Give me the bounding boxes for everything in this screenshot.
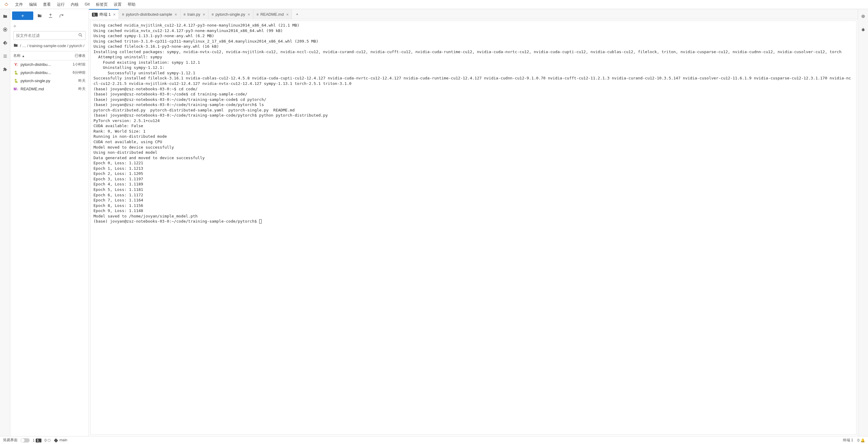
mode-label: 简易界面: [3, 438, 18, 443]
status-bar: 简易界面 1 $_ 0 ⬡ main 终端 1 0 🔔: [0, 436, 868, 444]
status-terminal-name[interactable]: 终端 1: [843, 438, 853, 443]
file-row[interactable]: Y:pytorch-distribu…1小时前: [10, 60, 89, 69]
tab-label: train.py: [187, 12, 200, 16]
file-list: Y:pytorch-distribu…1小时前🐍pytorch-distribu…: [10, 60, 89, 436]
svg-line-8: [81, 36, 82, 37]
kernel-icon: ⬡: [48, 438, 51, 443]
file-row[interactable]: M↓README.md昨天: [10, 85, 89, 93]
menubar: 文件编辑查看运行内核Git标签页设置帮助: [0, 0, 868, 9]
file-icon: ≡: [256, 12, 258, 16]
py-file-icon: 🐍: [13, 71, 19, 75]
tab[interactable]: ≡README.md×: [253, 9, 292, 19]
property-inspector-icon[interactable]: [860, 13, 866, 19]
folder-icon[interactable]: [2, 13, 8, 19]
git-icon[interactable]: [2, 40, 8, 46]
py-file-icon: 🐍: [13, 79, 19, 83]
close-icon[interactable]: ×: [286, 12, 288, 17]
menu-item[interactable]: 标签页: [93, 1, 111, 8]
search-icon: [75, 33, 85, 38]
close-icon[interactable]: ×: [248, 12, 250, 17]
terminals-count[interactable]: 1 $_: [33, 438, 41, 443]
md-file-icon: M↓: [13, 87, 19, 91]
file-filter[interactable]: [13, 31, 86, 40]
tab-label: pytorch-single.py: [215, 12, 245, 16]
file-browser: ＋ + ◈ / … / training-sample-code / pytor…: [10, 9, 89, 436]
breadcrumb[interactable]: / … / training-sample-code / pytorch /: [10, 42, 89, 51]
file-name: pytorch-distribu…: [21, 62, 64, 67]
menu-item[interactable]: Git: [82, 1, 93, 8]
file-name: pytorch-distribu…: [21, 70, 64, 75]
file-modified: 昨天: [64, 87, 86, 92]
extensions-icon[interactable]: [2, 66, 8, 72]
yaml-file-icon: Y:: [13, 63, 19, 67]
tab[interactable]: ≡pytorch-single.py×: [208, 9, 253, 19]
svg-line-12: [861, 29, 862, 30]
toc-icon[interactable]: [2, 53, 8, 59]
svg-rect-2: [4, 29, 6, 30]
tab[interactable]: $_终端 1×: [89, 9, 119, 19]
notifications[interactable]: 0 🔔: [858, 438, 865, 443]
svg-point-7: [79, 34, 81, 36]
tab-bar: $_终端 1×≡pytorch-distributed-sample×≡trai…: [89, 9, 858, 19]
bell-icon: 🔔: [861, 438, 865, 443]
sort-asc-icon: ▴: [22, 54, 24, 58]
activity-bar: [0, 9, 10, 436]
file-modified: 昨天: [64, 78, 86, 83]
kernels-count[interactable]: 0 ⬡: [44, 438, 51, 443]
tab[interactable]: ≡pytorch-distributed-sample×: [119, 9, 180, 19]
column-header-name[interactable]: 名称▴: [10, 52, 64, 60]
file-filter-input[interactable]: [13, 31, 75, 40]
menu-item[interactable]: 查看: [40, 1, 54, 8]
refresh-icon[interactable]: [57, 11, 66, 20]
terminal-output[interactable]: Using cached nvidia_nvjitlink_cu12-12.4.…: [90, 21, 857, 435]
menu-item[interactable]: 设置: [111, 1, 125, 8]
svg-line-13: [864, 29, 865, 30]
menu-item[interactable]: 运行: [54, 1, 68, 8]
right-sidebar: [858, 9, 868, 436]
file-modified: 1小时前: [64, 62, 86, 67]
file-icon: ≡: [184, 12, 186, 16]
close-icon[interactable]: ×: [175, 12, 177, 17]
terminal-icon: $_: [92, 12, 98, 16]
jupyter-logo-icon[interactable]: [3, 1, 10, 8]
file-row[interactable]: 🐍pytorch-distribu…6分钟前: [10, 69, 89, 77]
file-name: pytorch-single.py: [21, 78, 64, 83]
file-name: README.md: [21, 87, 64, 91]
add-tab-button[interactable]: ＋: [292, 9, 302, 19]
svg-point-10: [862, 28, 864, 31]
tab[interactable]: ≡train.py×: [181, 9, 209, 19]
tab-label: README.md: [260, 12, 284, 16]
file-modified: 6分钟前: [64, 70, 86, 75]
new-launcher-button[interactable]: ＋: [12, 11, 33, 20]
menu-item[interactable]: 文件: [12, 1, 26, 8]
terminal-chip-icon: $_: [36, 439, 41, 443]
simple-mode-toggle[interactable]: [21, 438, 30, 443]
menu-item[interactable]: 内核: [68, 1, 82, 8]
upload-icon[interactable]: [46, 11, 55, 20]
svg-line-15: [864, 30, 865, 31]
debugger-icon[interactable]: [860, 27, 866, 33]
running-icon[interactable]: [2, 27, 8, 33]
column-header-modified[interactable]: 已修改: [64, 52, 89, 60]
menu-item[interactable]: 编辑: [26, 1, 40, 8]
git-branch[interactable]: main: [54, 438, 67, 443]
file-icon: ≡: [211, 12, 214, 16]
svg-text:+: +: [40, 15, 41, 17]
svg-point-9: [863, 16, 864, 17]
terminal-cursor: [259, 219, 261, 224]
new-folder-icon[interactable]: +: [35, 11, 44, 20]
tab-label: 终端 1: [99, 12, 111, 17]
close-icon[interactable]: ×: [113, 12, 116, 17]
file-icon: ≡: [122, 12, 124, 16]
file-row[interactable]: 🐍pytorch-single.py昨天: [10, 77, 89, 85]
kernel-indicator-icon[interactable]: ◈: [13, 24, 16, 28]
menu-item[interactable]: 帮助: [125, 1, 138, 8]
svg-line-14: [861, 30, 862, 31]
folder-icon: [13, 43, 18, 48]
tab-label: pytorch-distributed-sample: [126, 12, 172, 16]
close-icon[interactable]: ×: [203, 12, 205, 17]
